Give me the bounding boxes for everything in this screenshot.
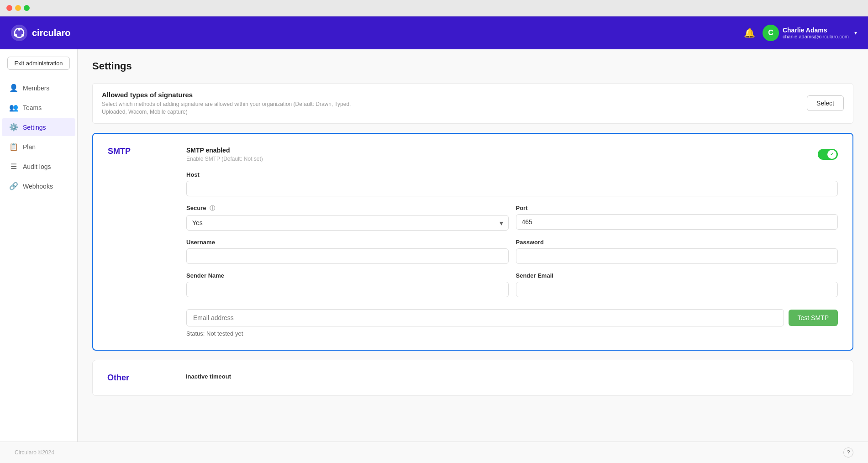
smtp-fields: SMTP enabled Enable SMTP (Default: Not s… — [186, 147, 838, 337]
allowed-types-section: Allowed types of signatures Select which… — [92, 83, 853, 124]
sender-email-label: Sender Email — [516, 272, 838, 279]
sidebar-label-teams: Teams — [23, 104, 42, 111]
smtp-enabled-labels: SMTP enabled Enable SMTP (Default: Not s… — [186, 147, 263, 162]
exit-btn-wrap: Exit administration — [0, 57, 77, 77]
sender-email-field-group: Sender Email — [516, 272, 838, 297]
sidebar-label-members: Members — [23, 84, 49, 92]
sidebar-item-settings[interactable]: ⚙️ Settings — [2, 118, 75, 136]
page-title: Settings — [92, 60, 853, 72]
svg-point-4 — [14, 34, 17, 37]
user-avatar: C — [763, 25, 779, 41]
smtp-card: SMTP SMTP enabled Enable SMTP (Default: … — [92, 133, 853, 351]
sidebar-label-webhooks: Webhooks — [23, 183, 53, 190]
logo-icon — [11, 25, 27, 41]
sidebar-label-audit-logs: Audit logs — [23, 163, 51, 170]
sidebar-label-settings: Settings — [23, 124, 46, 131]
secure-select-wrapper: Yes No ▾ — [186, 215, 509, 231]
allowed-types-description: Select which methods of adding signature… — [102, 100, 376, 116]
sidebar-label-plan: Plan — [23, 143, 36, 151]
smtp-toggle[interactable]: ✓ — [818, 149, 838, 160]
secure-select[interactable]: Yes No — [186, 215, 509, 231]
help-icon[interactable]: ? — [843, 447, 853, 458]
smtp-section-label: SMTP — [108, 147, 131, 156]
secure-info-icon[interactable]: ⓘ — [210, 205, 215, 211]
host-input[interactable] — [186, 181, 838, 196]
user-info: Charlie Adams charlie.adams@circularo.co… — [783, 26, 849, 39]
settings-icon: ⚙️ — [9, 123, 18, 132]
smtp-enabled-row: SMTP enabled Enable SMTP (Default: Not s… — [186, 147, 838, 162]
close-button[interactable] — [6, 5, 12, 11]
title-bar — [0, 0, 868, 16]
sidebar-item-plan[interactable]: 📋 Plan — [2, 138, 75, 156]
password-label: Password — [516, 239, 838, 246]
sender-email-input[interactable] — [516, 282, 838, 297]
sidebar-item-teams[interactable]: 👥 Teams — [2, 99, 75, 116]
chevron-down-icon: ▾ — [854, 30, 857, 36]
test-smtp-row: Test SMTP — [186, 309, 838, 326]
members-icon: 👤 — [9, 84, 18, 92]
logo-area: circularo — [11, 25, 70, 41]
top-nav: circularo 🔔 C Charlie Adams charlie.adam… — [0, 16, 868, 49]
sender-name-label: Sender Name — [186, 272, 509, 279]
username-input[interactable] — [186, 248, 509, 264]
other-card: Other Inactive timeout — [92, 360, 853, 396]
allowed-types-title: Allowed types of signatures — [102, 91, 376, 99]
sender-name-input[interactable] — [186, 282, 509, 297]
other-fields: Inactive timeout — [186, 373, 231, 383]
host-field-group: Host — [186, 171, 838, 196]
secure-port-row: Secure ⓘ Yes No ▾ Port — [186, 205, 838, 239]
host-label: Host — [186, 171, 838, 178]
user-email: charlie.adams@circularo.com — [783, 34, 849, 39]
allowed-types-text: Allowed types of signatures Select which… — [102, 91, 376, 116]
inactive-timeout-label: Inactive timeout — [186, 373, 231, 380]
username-password-row: Username Password — [186, 239, 838, 272]
svg-point-3 — [21, 34, 24, 37]
sender-row: Sender Name Sender Email — [186, 272, 838, 305]
svg-point-0 — [11, 25, 27, 41]
smtp-label-col: SMTP — [108, 147, 172, 337]
password-input[interactable] — [516, 248, 838, 264]
exit-administration-button[interactable]: Exit administration — [7, 57, 70, 70]
plan-icon: 📋 — [9, 142, 18, 151]
main-content: Settings Allowed types of signatures Sel… — [78, 49, 868, 463]
check-icon: ✓ — [830, 152, 834, 157]
sidebar-item-audit-logs[interactable]: ☰ Audit logs — [2, 158, 75, 175]
smtp-status-text: Status: Not tested yet — [186, 330, 838, 337]
username-label: Username — [186, 239, 509, 246]
port-input[interactable] — [516, 214, 838, 230]
user-menu[interactable]: C Charlie Adams charlie.adams@circularo.… — [763, 25, 857, 41]
sidebar-item-webhooks[interactable]: 🔗 Webhooks — [2, 177, 75, 195]
bell-icon[interactable]: 🔔 — [744, 27, 755, 38]
nav-right: 🔔 C Charlie Adams charlie.adams@circular… — [744, 25, 857, 41]
sidebar: Exit administration 👤 Members 👥 Teams ⚙️… — [0, 49, 78, 463]
other-section-label: Other — [107, 373, 171, 383]
footer: Circularo ©2024 ? — [0, 442, 868, 463]
maximize-button[interactable] — [24, 5, 30, 11]
svg-point-2 — [18, 28, 21, 31]
sender-name-field-group: Sender Name — [186, 272, 509, 297]
minimize-button[interactable] — [15, 5, 21, 11]
toggle-knob: ✓ — [827, 150, 836, 159]
password-field-group: Password — [516, 239, 838, 264]
smtp-enabled-sublabel: Enable SMTP (Default: Not set) — [186, 156, 263, 162]
secure-label: Secure ⓘ — [186, 205, 509, 212]
smtp-enabled-label: SMTP enabled — [186, 147, 263, 154]
test-email-input[interactable] — [186, 309, 784, 326]
test-smtp-button[interactable]: Test SMTP — [789, 310, 838, 326]
toggle-track: ✓ — [818, 149, 838, 160]
select-button[interactable]: Select — [807, 95, 844, 111]
logo-text: circularo — [32, 28, 70, 38]
webhooks-icon: 🔗 — [9, 182, 18, 190]
user-name: Charlie Adams — [783, 26, 849, 34]
app-body: Exit administration 👤 Members 👥 Teams ⚙️… — [0, 49, 868, 463]
sidebar-item-members[interactable]: 👤 Members — [2, 79, 75, 97]
port-field-group: Port — [516, 205, 838, 231]
secure-field-group: Secure ⓘ Yes No ▾ — [186, 205, 509, 231]
port-label: Port — [516, 205, 838, 211]
audit-logs-icon: ☰ — [9, 162, 18, 171]
copyright-text: Circularo ©2024 — [15, 449, 54, 456]
username-field-group: Username — [186, 239, 509, 264]
teams-icon: 👥 — [9, 103, 18, 112]
